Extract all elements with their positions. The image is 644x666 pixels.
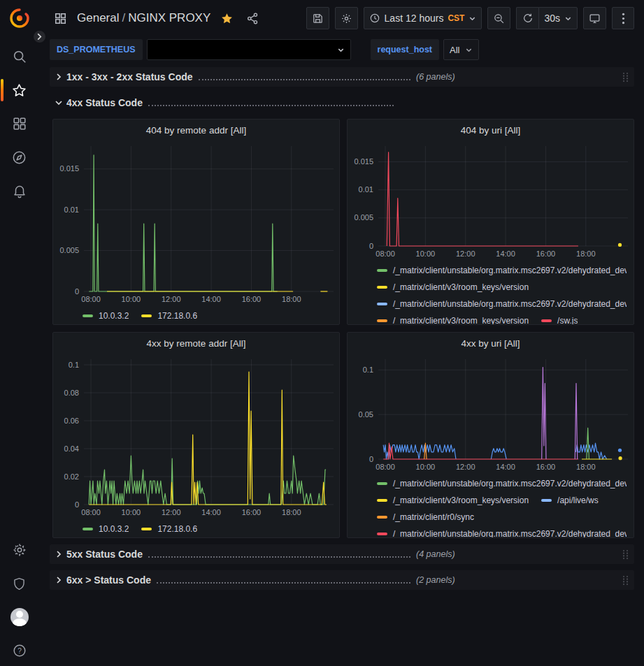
time-range-label: Last 12 hours	[385, 13, 444, 24]
svg-text:16:00: 16:00	[536, 249, 556, 258]
refresh-button[interactable]	[516, 7, 538, 29]
legend-item[interactable]: /_matrix/client/unstable/org.matrix.msc2…	[377, 479, 627, 488]
legend-row: /_matrix/client/v3/room_keys/version/sw.…	[377, 312, 627, 324]
row-title: 4xx Status Code	[66, 97, 143, 108]
svg-text:12:00: 12:00	[456, 249, 475, 258]
svg-text:08:00: 08:00	[81, 295, 101, 303]
sidebar-item-explore[interactable]	[6, 147, 34, 167]
svg-text:18:00: 18:00	[282, 508, 301, 516]
legend-item[interactable]: /_matrix/client/unstable/org.matrix.msc2…	[377, 299, 627, 309]
legend-series-label: /_matrix/client/v3/room_keys/version	[393, 316, 529, 324]
legend-item[interactable]: 172.18.0.6	[141, 524, 197, 534]
row-drag-handle[interactable]	[622, 72, 629, 82]
svg-text:0.06: 0.06	[64, 417, 79, 425]
sidebar-expand-button[interactable]	[32, 29, 47, 44]
legend-series-swatch	[377, 303, 387, 305]
legend-series-swatch	[83, 528, 93, 530]
legend-item[interactable]: /_matrix/client/v3/room_keys/version	[377, 495, 529, 505]
svg-text:0: 0	[369, 455, 373, 463]
panel-title[interactable]: 404 by remote addr [All]	[53, 120, 339, 140]
row-drag-handle[interactable]	[622, 575, 629, 586]
svg-text:0.01: 0.01	[359, 185, 373, 194]
chevron-right-icon	[55, 551, 62, 558]
row-1xx-3xx-2xx[interactable]: 1xx - 3xx - 2xx Status Code (6 panels)	[50, 67, 634, 87]
help-icon[interactable]: ?	[6, 641, 34, 660]
legend-item[interactable]: /_matrix/client/unstable/org.matrix.msc2…	[377, 529, 627, 537]
svg-text:0.1: 0.1	[363, 365, 373, 374]
svg-text:16:00: 16:00	[536, 463, 556, 471]
chart-svg: 00.050.108:0010:0012:0014:0016:0018:00	[348, 354, 634, 474]
svg-text:10:00: 10:00	[122, 295, 141, 303]
svg-text:10:00: 10:00	[416, 249, 436, 258]
breadcrumb[interactable]: General/NGINX PROXY	[77, 11, 210, 25]
apps-grid-icon[interactable]	[51, 12, 70, 25]
panel-legend: /_matrix/client/unstable/org.matrix.msc2…	[348, 474, 634, 537]
zoom-out-time-button[interactable]	[487, 7, 510, 29]
variable-label-request-host[interactable]: request_host	[371, 39, 440, 60]
dashboard-settings-button[interactable]	[335, 7, 358, 29]
legend-row: /_matrix/client/unstable/org.matrix.msc2…	[377, 475, 627, 492]
chevron-down-icon	[468, 15, 476, 22]
row-title: 5xx Status Code	[66, 549, 143, 560]
gear-icon[interactable]	[6, 540, 34, 560]
sidebar-item-starred[interactable]	[6, 80, 34, 100]
sidebar-item-alerting[interactable]	[6, 181, 34, 201]
row-4xx[interactable]: 4xx Status Code	[50, 93, 634, 113]
svg-text:14:00: 14:00	[201, 295, 221, 303]
legend-row: /_matrix/client/r0/sync	[377, 509, 627, 526]
tv-mode-button[interactable]	[583, 7, 606, 29]
legend-item[interactable]: 10.0.3.2	[83, 524, 129, 534]
svg-text:08:00: 08:00	[375, 463, 395, 471]
legend-item[interactable]: 172.18.0.6	[141, 311, 197, 321]
variable-value-text: All	[450, 45, 459, 55]
grafana-logo[interactable]	[8, 6, 31, 30]
legend-item[interactable]: /_matrix/client/v3/room_keys/version	[377, 316, 529, 324]
variable-value-datasource[interactable]	[147, 39, 351, 60]
legend-series-label: /_matrix/client/unstable/org.matrix.msc2…	[393, 266, 627, 275]
legend-item[interactable]: /_matrix/client/unstable/org.matrix.msc2…	[377, 266, 627, 275]
svg-text:0.015: 0.015	[354, 157, 373, 166]
search-icon[interactable]	[6, 47, 34, 66]
time-series-chart[interactable]: 00.0050.010.01508:0010:0012:0014:0016:00…	[53, 140, 339, 306]
time-range-picker[interactable]: Last 12 hours CST	[364, 7, 482, 29]
time-series-chart[interactable]: 00.050.108:0010:0012:0014:0016:0018:00	[348, 354, 634, 474]
panel-title[interactable]: 4xx by remote addr [All]	[53, 333, 339, 354]
legend-item[interactable]: /_matrix/client/v3/room_keys/version	[377, 282, 529, 292]
row-drag-handle[interactable]	[622, 549, 629, 560]
legend-item[interactable]: /sw.js	[541, 316, 578, 324]
legend-item[interactable]: /api/live/ws	[541, 495, 599, 505]
shield-icon[interactable]	[6, 574, 34, 593]
row-dotted-line	[199, 79, 410, 80]
legend-item[interactable]: /_matrix/client/r0/sync	[377, 512, 474, 522]
svg-text:18:00: 18:00	[282, 295, 301, 303]
refresh-interval-select[interactable]: 30s	[538, 7, 578, 29]
breadcrumb-divider: /	[119, 11, 128, 24]
legend-series-label: 172.18.0.6	[157, 524, 197, 534]
panel-legend: 10.0.3.2172.18.0.6	[53, 306, 339, 324]
legend-series-label: /_matrix/client/r0/sync	[393, 512, 474, 522]
time-series-chart[interactable]: 00.0050.010.01508:0010:0012:0014:0016:00…	[348, 140, 634, 261]
row-5xx[interactable]: 5xx Status Code (4 panels)	[50, 544, 634, 564]
time-series-chart[interactable]: 00.020.040.060.080.108:0010:0012:0014:00…	[53, 354, 339, 519]
svg-text:0: 0	[75, 500, 79, 509]
row-6xx[interactable]: 6xx > Status Code (2 panels)	[50, 570, 634, 590]
svg-text:08:00: 08:00	[81, 508, 101, 516]
panel-title[interactable]: 404 by uri [All]	[348, 120, 634, 140]
favorite-star-icon[interactable]	[217, 12, 236, 25]
variable-label-datasource[interactable]: DS_PROMETHEUS	[50, 39, 143, 60]
svg-text:10:00: 10:00	[122, 508, 141, 516]
profile-avatar[interactable]	[6, 607, 34, 627]
sidebar-item-dashboards[interactable]	[6, 114, 34, 133]
legend-series-swatch	[377, 286, 387, 289]
panel-title[interactable]: 4xx by uri [All]	[348, 333, 634, 354]
save-dashboard-button[interactable]	[306, 7, 329, 29]
breadcrumb-folder[interactable]: General	[77, 11, 119, 24]
legend-series-swatch	[377, 269, 387, 272]
share-icon[interactable]	[243, 12, 262, 25]
kebab-menu-button[interactable]	[612, 7, 634, 29]
legend-row: /_matrix/client/v3/room_keys/version	[377, 279, 627, 296]
row-dotted-line	[157, 582, 410, 584]
variable-value-request-host[interactable]: All	[443, 39, 479, 60]
legend-item[interactable]: 10.0.3.2	[83, 311, 129, 321]
svg-text:12:00: 12:00	[162, 508, 181, 516]
